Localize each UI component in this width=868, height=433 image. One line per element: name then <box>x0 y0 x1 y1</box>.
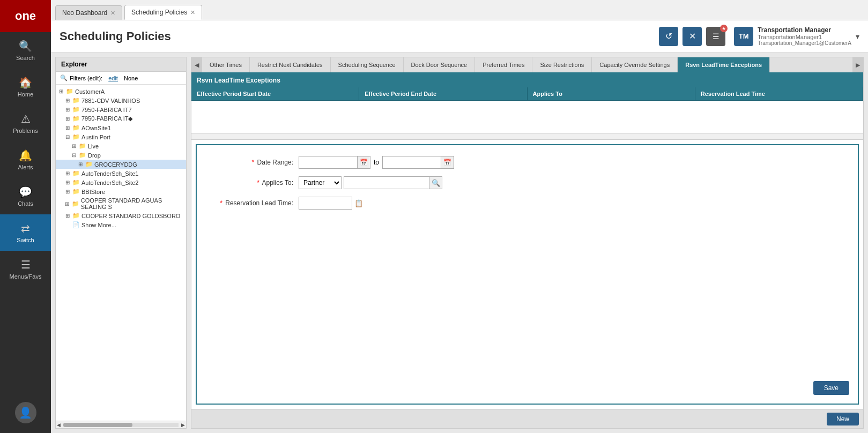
tree-item-bbistore[interactable]: ⊞ 📁 BBIStore <box>56 187 186 196</box>
menu-icon: ☰ <box>713 32 719 41</box>
expand-austin-port[interactable]: ⊟ <box>64 134 71 140</box>
scrollbar-track[interactable] <box>63 423 179 427</box>
sidebar-item-alerts[interactable]: 🔔 Alerts <box>0 141 51 178</box>
expand-aownsite1[interactable]: ⊞ <box>64 125 71 131</box>
expand-autotender2[interactable]: ⊞ <box>64 180 71 185</box>
tab-nav: ◀ Other Times Restrict Next Candidates S… <box>191 57 863 73</box>
tree-item-autotender1[interactable]: ⊞ 📁 AutoTenderSch_Site1 <box>56 169 186 178</box>
tree-item-show-more[interactable]: 📄 Show More... <box>56 220 186 229</box>
folder-icon-autotender1: 📁 <box>72 170 80 177</box>
col-header-start-date: Effective Period Start Date <box>191 87 359 100</box>
sidebar-user-avatar[interactable]: 👤 <box>0 394 51 433</box>
tree-item-cooper-aguas[interactable]: ⊞ 📁 COOPER STANDARD AGUAS SEALING S <box>56 196 186 211</box>
tree-item-7950-it7[interactable]: ⊞ 📁 7950-FABRICA IT7 <box>56 105 186 114</box>
main-area: Neo Dashboard ✕ Scheduling Policies ✕ Sc… <box>51 0 868 433</box>
tab-scheduling-seq-label: Scheduling Sequence <box>338 62 396 68</box>
lead-time-clipboard-button[interactable]: 📋 <box>352 197 365 210</box>
form-footer: Save <box>813 381 849 395</box>
tab-preferred-times[interactable]: Preferred Times <box>475 57 532 72</box>
expand-groceryddg[interactable]: ⊞ <box>77 161 84 167</box>
applies-to-search-button[interactable]: 🔍 <box>429 176 442 189</box>
tree-item-groceryddg[interactable]: ⊞ 📁 GROCERYDDG <box>56 160 186 169</box>
folder-icon-7881: 📁 <box>72 97 80 104</box>
folder-icon-cooper-aguas: 📁 <box>72 200 79 207</box>
tab-size-restrictions[interactable]: Size Restrictions <box>532 57 592 72</box>
close-scheduling-policies-icon[interactable]: ✕ <box>190 9 195 16</box>
sidebar-item-menus[interactable]: ☰ Menus/Favs <box>0 251 51 287</box>
applies-to-select[interactable]: Partner All Carrier Location <box>299 176 342 189</box>
date-end-input[interactable] <box>382 156 441 169</box>
explorer-tree: ⊞ 📁 CustomerA ⊞ 📁 7881-CDV VALINHOS ⊞ 📁 … <box>56 85 186 421</box>
folder-icon-austin-port: 📁 <box>72 133 80 140</box>
tab-other-times[interactable]: Other Times <box>202 57 250 72</box>
table-scrollbar[interactable] <box>191 133 863 139</box>
tree-item-autotender2[interactable]: ⊞ 📁 AutoTenderSch_Site2 <box>56 178 186 187</box>
menu-button[interactable]: ☰ ★ <box>706 27 725 46</box>
tree-item-aownsite1[interactable]: ⊞ 📁 AOwnSite1 <box>56 123 186 132</box>
close-button[interactable]: ✕ <box>682 27 702 46</box>
refresh-button[interactable]: ↺ <box>659 27 678 46</box>
applies-to-value-input[interactable] <box>344 176 429 189</box>
tab-dock-door-seq-label: Dock Door Sequence <box>411 62 468 68</box>
date-end-calendar-button[interactable]: 📅 <box>441 156 454 169</box>
user-dropdown-arrow[interactable]: ▾ <box>856 32 859 41</box>
tab-capacity-override-label: Capacity Override Settings <box>599 62 670 68</box>
expand-customer-a[interactable]: ⊞ <box>58 88 64 94</box>
date-start-calendar-button[interactable]: 📅 <box>358 156 370 169</box>
new-button[interactable]: New <box>827 413 859 425</box>
tab-size-restrictions-label: Size Restrictions <box>540 62 584 68</box>
form-row-date-range: * Date Range: 📅 to 📅 <box>213 156 842 169</box>
tab-scheduling-seq[interactable]: Scheduling Sequence <box>331 57 404 72</box>
date-start-input[interactable] <box>299 156 358 169</box>
reservation-lead-time-input[interactable] <box>299 197 352 210</box>
tree-item-live[interactable]: ⊞ 📁 Live <box>56 141 186 151</box>
scroll-left-arrow[interactable]: ◀ <box>57 422 61 428</box>
tab-restrict-next[interactable]: Restrict Next Candidates <box>250 57 331 72</box>
expand-live[interactable]: ⊞ <box>71 143 77 149</box>
alerts-icon: 🔔 <box>19 149 32 162</box>
tree-label-aownsite1: AOwnSite1 <box>81 125 111 131</box>
expand-show-more <box>64 222 71 228</box>
tree-label-austin-port: Austin Port <box>81 134 110 140</box>
tab-capacity-override[interactable]: Capacity Override Settings <box>592 57 678 72</box>
app-logo[interactable]: one <box>0 0 51 32</box>
sidebar-item-switch[interactable]: ⇄ Switch <box>0 214 51 251</box>
expand-bbistore[interactable]: ⊞ <box>64 189 71 195</box>
tree-item-drop[interactable]: ⊟ 📁 Drop <box>56 151 186 160</box>
problems-icon: ⚠ <box>21 113 31 125</box>
tab-scroll-right-button[interactable]: ▶ <box>852 57 863 72</box>
tab-rsvn-leadtime[interactable]: Rsvn LeadTime Exceptions <box>678 57 770 72</box>
tree-item-austin-port[interactable]: ⊟ 📁 Austin Port <box>56 132 186 141</box>
app-tab-scheduling-policies[interactable]: Scheduling Policies ✕ <box>124 5 202 20</box>
close-icon: ✕ <box>689 31 696 41</box>
expand-7950-ito[interactable]: ⊞ <box>64 116 71 122</box>
tree-item-7881[interactable]: ⊞ 📁 7881-CDV VALINHOS <box>56 96 186 105</box>
sidebar-item-problems[interactable]: ⚠ Problems <box>0 105 51 141</box>
tree-label-customer-a: CustomerA <box>75 88 105 95</box>
expand-7881[interactable]: ⊞ <box>64 98 71 103</box>
scroll-right-arrow[interactable]: ▶ <box>181 422 185 428</box>
filter-edit-link[interactable]: edit <box>108 75 118 81</box>
app-tab-neo-dashboard[interactable]: Neo Dashboard ✕ <box>55 5 122 20</box>
tab-scroll-left-button[interactable]: ◀ <box>191 57 202 72</box>
table-content-area: Rsvn LeadTime Exceptions Effective Perio… <box>191 73 863 140</box>
sidebar-item-chats[interactable]: 💬 Chats <box>0 178 51 214</box>
refresh-icon: ↺ <box>665 31 672 41</box>
tree-item-cooper-goldsboro[interactable]: ⊞ 📁 COOPER STANDARD GOLDSBORO <box>56 211 186 220</box>
expand-drop[interactable]: ⊟ <box>71 152 77 158</box>
expand-cooper-goldsboro[interactable]: ⊞ <box>64 213 71 219</box>
explorer-scrollbar[interactable]: ◀ ▶ <box>56 421 186 428</box>
expand-autotender1[interactable]: ⊞ <box>64 170 71 176</box>
tree-item-customer-a[interactable]: ⊞ 📁 CustomerA <box>56 87 186 96</box>
sidebar-item-home[interactable]: 🏠 Home <box>0 69 51 105</box>
scrollbar-thumb[interactable] <box>63 423 132 427</box>
save-button[interactable]: Save <box>813 381 849 395</box>
sidebar-item-search[interactable]: 🔍 Search <box>0 32 51 69</box>
tab-dock-door-seq[interactable]: Dock Door Sequence <box>404 57 476 72</box>
expand-7950-it7[interactable]: ⊞ <box>64 107 71 113</box>
tree-item-7950-ito[interactable]: ⊞ 📁 7950-FABRICA IT◆ <box>56 114 186 123</box>
to-label: to <box>374 159 379 166</box>
tab-preferred-times-label: Preferred Times <box>483 62 524 68</box>
close-neo-dashboard-icon[interactable]: ✕ <box>110 10 115 17</box>
expand-cooper-aguas[interactable]: ⊞ <box>64 201 70 207</box>
